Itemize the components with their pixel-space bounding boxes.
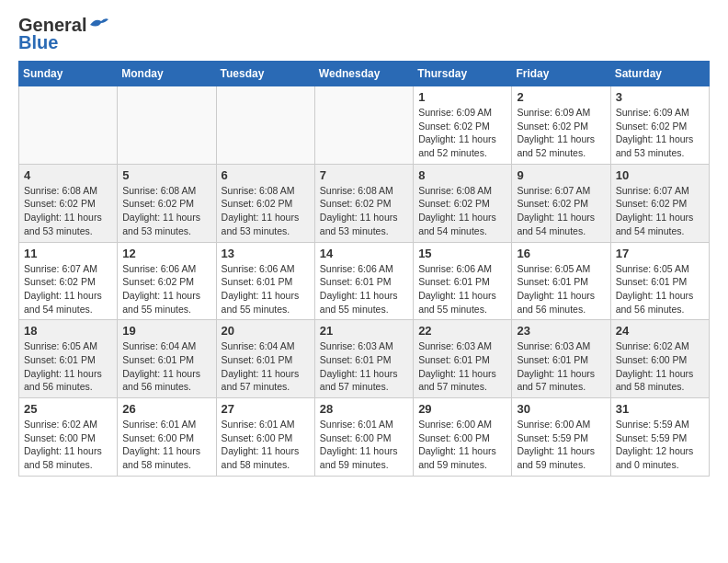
day-info: Sunrise: 6:07 AM Sunset: 6:02 PM Dayligh… <box>517 184 605 238</box>
day-cell <box>314 86 413 165</box>
day-cell: 4Sunrise: 6:08 AM Sunset: 6:02 PM Daylig… <box>19 164 118 242</box>
day-cell: 16Sunrise: 6:05 AM Sunset: 6:01 PM Dayli… <box>512 242 610 320</box>
day-cell: 17Sunrise: 6:05 AM Sunset: 6:01 PM Dayli… <box>610 242 709 320</box>
day-cell: 6Sunrise: 6:08 AM Sunset: 6:02 PM Daylig… <box>216 164 314 242</box>
day-number: 23 <box>517 324 605 338</box>
day-info: Sunrise: 5:59 AM Sunset: 5:59 PM Dayligh… <box>616 418 704 472</box>
day-number: 13 <box>222 247 310 260</box>
day-cell: 7Sunrise: 6:08 AM Sunset: 6:02 PM Daylig… <box>314 164 413 242</box>
day-info: Sunrise: 6:02 AM Sunset: 6:00 PM Dayligh… <box>616 339 704 394</box>
day-number: 8 <box>418 168 506 182</box>
day-cell: 20Sunrise: 6:04 AM Sunset: 6:01 PM Dayli… <box>216 320 314 398</box>
weekday-header-sunday: Sunday <box>19 62 118 86</box>
day-info: Sunrise: 6:08 AM Sunset: 6:02 PM Dayligh… <box>122 184 210 238</box>
day-cell: 14Sunrise: 6:06 AM Sunset: 6:01 PM Dayli… <box>314 242 413 320</box>
day-number: 3 <box>616 90 704 104</box>
day-number: 2 <box>517 90 605 104</box>
day-number: 5 <box>122 168 210 182</box>
week-row-5: 25Sunrise: 6:02 AM Sunset: 6:00 PM Dayli… <box>19 398 710 477</box>
weekday-header-monday: Monday <box>118 62 216 86</box>
day-info: Sunrise: 6:05 AM Sunset: 6:01 PM Dayligh… <box>616 262 704 316</box>
day-info: Sunrise: 6:01 AM Sunset: 6:00 PM Dayligh… <box>222 418 310 472</box>
page-header: General Blue <box>18 15 710 53</box>
logo: General Blue <box>18 15 108 53</box>
day-number: 14 <box>320 247 408 260</box>
day-info: Sunrise: 6:00 AM Sunset: 5:59 PM Dayligh… <box>517 418 605 472</box>
day-cell: 27Sunrise: 6:01 AM Sunset: 6:00 PM Dayli… <box>216 398 314 477</box>
day-number: 19 <box>122 324 210 338</box>
day-info: Sunrise: 6:05 AM Sunset: 6:01 PM Dayligh… <box>517 262 605 316</box>
day-number: 1 <box>418 90 506 104</box>
day-info: Sunrise: 6:06 AM Sunset: 6:01 PM Dayligh… <box>320 262 408 316</box>
weekday-header-saturday: Saturday <box>610 62 709 86</box>
day-number: 17 <box>616 247 704 260</box>
day-info: Sunrise: 6:09 AM Sunset: 6:02 PM Dayligh… <box>517 106 605 160</box>
day-number: 4 <box>24 168 112 182</box>
day-number: 15 <box>418 247 506 260</box>
day-info: Sunrise: 6:09 AM Sunset: 6:02 PM Dayligh… <box>418 106 506 160</box>
weekday-header-thursday: Thursday <box>414 62 512 86</box>
weekday-header-row: SundayMondayTuesdayWednesdayThursdayFrid… <box>19 62 710 86</box>
day-cell <box>118 86 216 165</box>
logo-blue-text: Blue <box>18 32 58 53</box>
day-cell <box>19 86 118 165</box>
day-cell: 12Sunrise: 6:06 AM Sunset: 6:02 PM Dayli… <box>118 242 216 320</box>
day-info: Sunrise: 6:07 AM Sunset: 6:02 PM Dayligh… <box>616 184 704 238</box>
day-cell: 21Sunrise: 6:03 AM Sunset: 6:01 PM Dayli… <box>314 320 413 398</box>
day-info: Sunrise: 6:08 AM Sunset: 6:02 PM Dayligh… <box>222 184 310 238</box>
calendar-table: SundayMondayTuesdayWednesdayThursdayFrid… <box>18 61 710 477</box>
week-row-2: 4Sunrise: 6:08 AM Sunset: 6:02 PM Daylig… <box>19 164 710 242</box>
weekday-header-tuesday: Tuesday <box>216 62 314 86</box>
day-number: 16 <box>517 247 605 260</box>
day-cell: 30Sunrise: 6:00 AM Sunset: 5:59 PM Dayli… <box>512 398 610 477</box>
day-info: Sunrise: 6:08 AM Sunset: 6:02 PM Dayligh… <box>320 184 408 238</box>
day-number: 21 <box>320 324 408 338</box>
weekday-header-friday: Friday <box>512 62 610 86</box>
day-info: Sunrise: 6:06 AM Sunset: 6:01 PM Dayligh… <box>418 262 506 316</box>
day-number: 18 <box>24 324 112 338</box>
day-info: Sunrise: 6:01 AM Sunset: 6:00 PM Dayligh… <box>320 418 408 472</box>
day-cell: 15Sunrise: 6:06 AM Sunset: 6:01 PM Dayli… <box>414 242 512 320</box>
day-info: Sunrise: 6:07 AM Sunset: 6:02 PM Dayligh… <box>24 262 112 316</box>
day-cell: 8Sunrise: 6:08 AM Sunset: 6:02 PM Daylig… <box>414 164 512 242</box>
day-cell: 23Sunrise: 6:03 AM Sunset: 6:01 PM Dayli… <box>512 320 610 398</box>
day-number: 9 <box>517 168 605 182</box>
day-info: Sunrise: 6:04 AM Sunset: 6:01 PM Dayligh… <box>222 339 310 394</box>
day-number: 12 <box>122 247 210 260</box>
week-row-3: 11Sunrise: 6:07 AM Sunset: 6:02 PM Dayli… <box>19 242 710 320</box>
day-info: Sunrise: 6:06 AM Sunset: 6:02 PM Dayligh… <box>122 262 210 316</box>
day-number: 24 <box>616 324 704 338</box>
day-cell: 29Sunrise: 6:00 AM Sunset: 6:00 PM Dayli… <box>414 398 512 477</box>
day-cell: 10Sunrise: 6:07 AM Sunset: 6:02 PM Dayli… <box>610 164 709 242</box>
day-info: Sunrise: 6:00 AM Sunset: 6:00 PM Dayligh… <box>418 418 506 472</box>
day-info: Sunrise: 6:03 AM Sunset: 6:01 PM Dayligh… <box>320 339 408 394</box>
day-cell: 31Sunrise: 5:59 AM Sunset: 5:59 PM Dayli… <box>610 398 709 477</box>
day-cell: 18Sunrise: 6:05 AM Sunset: 6:01 PM Dayli… <box>19 320 118 398</box>
logo-bird-icon <box>88 16 108 34</box>
day-number: 31 <box>616 402 704 416</box>
day-cell: 25Sunrise: 6:02 AM Sunset: 6:00 PM Dayli… <box>19 398 118 477</box>
day-number: 22 <box>418 324 506 338</box>
day-cell: 28Sunrise: 6:01 AM Sunset: 6:00 PM Dayli… <box>314 398 413 477</box>
day-info: Sunrise: 6:01 AM Sunset: 6:00 PM Dayligh… <box>122 418 210 472</box>
day-number: 6 <box>222 168 310 182</box>
week-row-1: 1Sunrise: 6:09 AM Sunset: 6:02 PM Daylig… <box>19 86 710 165</box>
day-cell: 24Sunrise: 6:02 AM Sunset: 6:00 PM Dayli… <box>610 320 709 398</box>
day-number: 30 <box>517 402 605 416</box>
day-cell: 9Sunrise: 6:07 AM Sunset: 6:02 PM Daylig… <box>512 164 610 242</box>
day-number: 10 <box>616 168 704 182</box>
day-cell: 3Sunrise: 6:09 AM Sunset: 6:02 PM Daylig… <box>610 86 709 165</box>
day-cell: 19Sunrise: 6:04 AM Sunset: 6:01 PM Dayli… <box>118 320 216 398</box>
day-cell <box>216 86 314 165</box>
day-cell: 2Sunrise: 6:09 AM Sunset: 6:02 PM Daylig… <box>512 86 610 165</box>
day-cell: 26Sunrise: 6:01 AM Sunset: 6:00 PM Dayli… <box>118 398 216 477</box>
day-cell: 22Sunrise: 6:03 AM Sunset: 6:01 PM Dayli… <box>414 320 512 398</box>
day-number: 26 <box>122 402 210 416</box>
day-info: Sunrise: 6:05 AM Sunset: 6:01 PM Dayligh… <box>24 339 112 394</box>
day-number: 25 <box>24 402 112 416</box>
week-row-4: 18Sunrise: 6:05 AM Sunset: 6:01 PM Dayli… <box>19 320 710 398</box>
day-cell: 13Sunrise: 6:06 AM Sunset: 6:01 PM Dayli… <box>216 242 314 320</box>
day-info: Sunrise: 6:03 AM Sunset: 6:01 PM Dayligh… <box>517 339 605 394</box>
day-number: 27 <box>222 402 310 416</box>
day-cell: 11Sunrise: 6:07 AM Sunset: 6:02 PM Dayli… <box>19 242 118 320</box>
